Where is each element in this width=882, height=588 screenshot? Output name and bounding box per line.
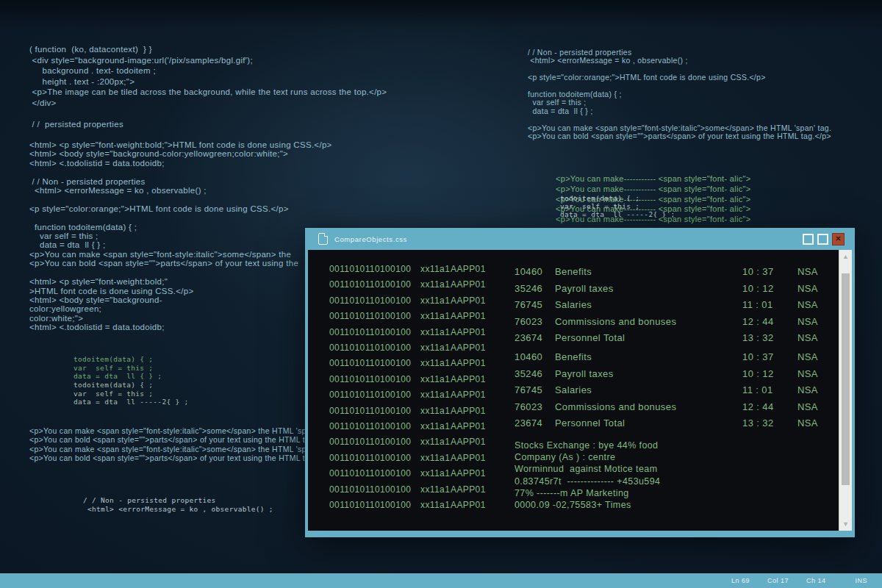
top-shade-overlay [0, 0, 882, 29]
hex-value: xx11a1 [420, 466, 451, 481]
ledger-time: 13 : 32 [742, 332, 797, 343]
app-code: AAPP01 [451, 372, 486, 387]
app-code: AAPP01 [451, 325, 486, 340]
ledger-time: 10 : 37 [742, 266, 797, 277]
ledger-time: 10 : 12 [742, 283, 797, 294]
green-code-line: <p>You can make----------- <span style="… [556, 174, 750, 184]
hex-value: xx11a1 [420, 434, 451, 450]
binary-row: 0011010110100100 xx11a1 AAPP01 [329, 372, 486, 387]
binary-row: 0011010110100100 xx11a1 AAPP01 [329, 277, 486, 293]
ledger-number: 76023 [514, 401, 555, 412]
hex-value: xx11a1 [420, 482, 451, 498]
ledger-time: 10 : 12 [742, 368, 797, 379]
binary-row: 0011010110100100 xx11a1 AAPP01 [329, 419, 486, 434]
ledger-label: Payroll taxes [555, 283, 742, 294]
status-item: Ch 14 [806, 577, 826, 584]
ledger-time: 11 : 01 [742, 384, 797, 395]
ledger-row: 23674 Personnel Total 13 : 32 NSA [514, 417, 839, 434]
ledger-number: 76745 [514, 384, 555, 395]
app-code: AAPP01 [451, 451, 486, 466]
status-item: INS [855, 577, 867, 584]
ledger-label: Personnel Total [555, 417, 742, 429]
scrollbar-thumb[interactable] [842, 273, 850, 485]
ledger-time: 12 : 44 [742, 401, 797, 412]
close-icon: ✕ [835, 235, 841, 243]
binary-row: 0011010110100100 xx11a1 AAPP01 [329, 387, 486, 403]
binary-value: 0011010110100100 [329, 466, 420, 481]
ledger-number: 23674 [514, 332, 555, 343]
scroll-down-icon[interactable]: ▼ [839, 519, 852, 529]
app-code: AAPP01 [451, 262, 486, 277]
app-code: AAPP01 [451, 419, 486, 434]
maximize-button[interactable] [817, 234, 828, 245]
binary-value: 0011010110100100 [329, 482, 420, 498]
binary-row: 0011010110100100 xx11a1 AAPP01 [329, 498, 486, 513]
ledger-label: Commissions and bonuses [555, 401, 742, 412]
ledger-label: Payroll taxes [555, 368, 742, 379]
ledger-label: Salaries [555, 299, 742, 310]
hex-value: xx11a1 [420, 340, 451, 356]
app-code: AAPP01 [451, 466, 486, 481]
window-titlebar[interactable]: CompareObjects.css ✕ [305, 228, 855, 250]
code-block-top-right: / / Non - persisted properties <html> <e… [528, 49, 831, 140]
binary-row: 0011010110100100 xx11a1 AAPP01 [329, 434, 486, 450]
binary-value: 0011010110100100 [329, 498, 420, 513]
binary-value: 0011010110100100 [329, 419, 420, 434]
ledger-number: 76023 [514, 316, 555, 327]
code-block-left-html: <html> <p style="font-weight:bold;">HTML… [29, 140, 332, 332]
ledger-tag: NSA [797, 384, 839, 395]
minimize-button[interactable] [803, 234, 814, 245]
ledger-row: 76023 Commissions and bonuses 12 : 44 NS… [514, 316, 839, 333]
status-item: Ln 69 [731, 577, 750, 584]
ledger-label: Benefits [555, 351, 742, 362]
binary-value: 0011010110100100 [329, 356, 420, 371]
hex-value: xx11a1 [420, 277, 451, 293]
code-block-left-span-lines: <p>You can make <span style="font-style:… [29, 426, 321, 463]
window-controls: ✕ [803, 233, 845, 245]
hex-value: xx11a1 [420, 293, 451, 309]
document-icon [318, 233, 328, 245]
binary-row: 0011010110100100 xx11a1 AAPP01 [329, 325, 486, 340]
scroll-up-icon[interactable]: ▲ [839, 251, 852, 262]
hex-value: xx11a1 [420, 404, 451, 419]
hex-value: xx11a1 [420, 325, 451, 340]
vertical-scrollbar[interactable]: ▲ ▼ [839, 250, 852, 531]
ledger-number: 35246 [514, 283, 555, 294]
app-code: AAPP01 [451, 277, 486, 293]
hex-value: xx11a1 [420, 356, 451, 371]
ledger-tag: NSA [797, 368, 839, 379]
app-code: AAPP01 [451, 482, 486, 498]
ledger-tag: NSA [797, 266, 839, 277]
ledger-row: 76745 Salaries 11 : 01 NSA [514, 384, 839, 401]
binary-value: 0011010110100100 [329, 340, 420, 356]
ledger-label: Salaries [555, 384, 742, 395]
hex-value: xx11a1 [420, 498, 451, 513]
binary-value: 0011010110100100 [329, 434, 420, 450]
ledger-row: 35246 Payroll taxes 10 : 12 NSA [514, 368, 839, 385]
binary-column: 0011010110100100 xx11a1 AAPP01 001101011… [329, 262, 486, 514]
ledger-time: 11 : 01 [742, 299, 797, 310]
ledger-time: 12 : 44 [742, 316, 797, 327]
binary-value: 0011010110100100 [329, 262, 420, 277]
close-button[interactable]: ✕ [832, 233, 845, 245]
green-code-line: <p>You can make----------- <span style="… [556, 184, 750, 195]
code-block-top-left: ( function (ko, datacontext) } } <div st… [29, 44, 387, 130]
binary-row: 0011010110100100 xx11a1 AAPP01 [329, 356, 486, 371]
ledger-row: 23674 Personnel Total 13 : 32 NSA [514, 332, 839, 349]
compare-objects-window: CompareObjects.css ✕ 0011010110100100 xx… [305, 228, 855, 537]
ledger-row: 76745 Salaries 11 : 01 NSA [514, 299, 839, 316]
ledger-tag: NSA [797, 283, 839, 294]
binary-row: 0011010110100100 xx11a1 AAPP01 [329, 404, 486, 419]
hex-value: xx11a1 [420, 372, 451, 387]
ledger-row: 76023 Commissions and bonuses 12 : 44 NS… [514, 401, 839, 418]
app-code: AAPP01 [451, 356, 486, 371]
code-block-left-mono-bottom: / / Non - persisted properties <html> <e… [83, 496, 273, 513]
ledger-label: Commissions and bonuses [555, 316, 742, 327]
binary-row: 0011010110100100 xx11a1 AAPP01 [329, 262, 486, 277]
binary-value: 0011010110100100 [329, 451, 420, 466]
ledger-group-1: 10460 Benefits 10 : 37 NSA 35246 Payroll… [514, 266, 839, 349]
app-code: AAPP01 [451, 387, 486, 403]
app-code: AAPP01 [451, 434, 486, 450]
ledger-label: Benefits [555, 266, 742, 277]
ledger-number: 10460 [514, 266, 555, 277]
